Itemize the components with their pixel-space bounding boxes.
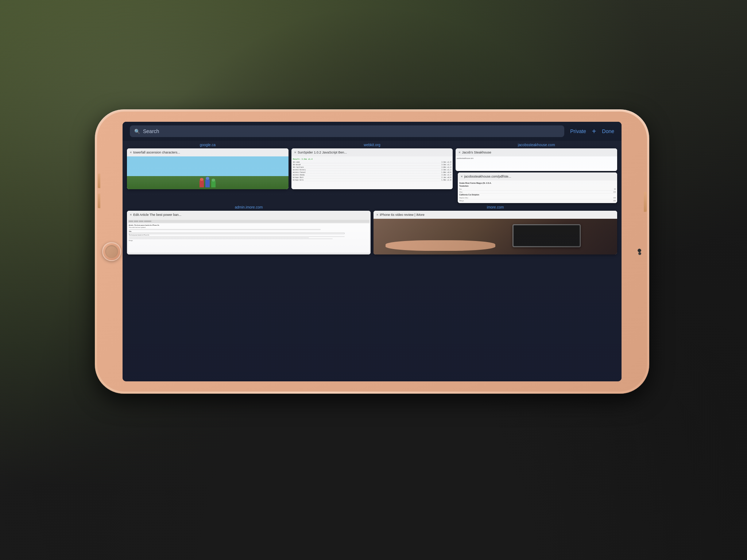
admin-toolbar bbox=[128, 220, 369, 223]
tab-1-preview bbox=[127, 156, 289, 189]
tab-4-preview: Article: The best power banks for iPhone… bbox=[127, 219, 371, 254]
tab-card-2[interactable]: × SunSpider 1.0.2 JavaScript Ben... Resu… bbox=[291, 148, 453, 189]
tab-3-url: jacobssteakhouse.com bbox=[518, 143, 555, 147]
tab-col-4: admin.imore.com × Edit Article The best … bbox=[127, 205, 371, 378]
private-button[interactable]: Private bbox=[570, 128, 586, 134]
steak-item-4: Ribeye130 bbox=[459, 199, 616, 202]
tab-5-header: × iPhone 6s video review | iMore bbox=[374, 211, 617, 219]
tab-2-header: × SunSpider 1.0.2 JavaScript Ben... bbox=[291, 148, 453, 156]
steak-item-3: Striploin 13oz130 bbox=[459, 197, 616, 199]
steak-item-5: T Bone 43oz160 bbox=[459, 202, 616, 203]
add-tab-button[interactable]: + bbox=[592, 127, 596, 136]
tab-5-preview bbox=[374, 219, 617, 254]
tab-card-3[interactable]: × Jacob's Steakhouse jacobssteakhouse.co… bbox=[456, 148, 617, 171]
done-button[interactable]: Done bbox=[602, 128, 614, 134]
tab-4-close[interactable]: × bbox=[130, 213, 132, 217]
tab-3-title: Jacob's Steakhouse bbox=[462, 151, 614, 154]
steak-item-1: 8oz30 bbox=[459, 188, 616, 191]
steakhouse-menu-preview: Snake River Farms Wagyu (St. U.S.A. Tend… bbox=[458, 180, 617, 203]
tab-4-header: × Edit Article The best power ban... bbox=[127, 211, 371, 219]
steak-section-2: California Cut Striploin bbox=[459, 194, 616, 196]
safari-screen: 🔍 Search Private + Done google.ca × bbox=[123, 122, 622, 381]
tab-3-sub-title: jacobssteakhouse.com/pdf/ste... bbox=[464, 175, 614, 178]
admin-btn-2 bbox=[134, 221, 138, 222]
power-button[interactable] bbox=[644, 192, 647, 212]
tab-col-1: google.ca × towerfall ascension characte… bbox=[127, 143, 289, 203]
tab-3-header: × Jacob's Steakhouse bbox=[456, 148, 617, 156]
iphone-body: 🔍 Search Private + Done google.ca × bbox=[97, 112, 647, 392]
tab-4-title: Edit Article The best power ban... bbox=[133, 213, 368, 217]
search-bar[interactable]: 🔍 Search bbox=[130, 125, 564, 137]
imore-video-preview bbox=[374, 219, 617, 254]
game-preview bbox=[127, 156, 289, 189]
home-button[interactable] bbox=[102, 242, 121, 261]
steak-item-2: 10oz133 bbox=[459, 191, 616, 194]
tab-col-3: jacobssteakhouse.com × Jacob's Steakhous… bbox=[456, 143, 617, 203]
steakhouse-preview: jacobssteakhouse.com bbox=[456, 156, 617, 171]
admin-btn-4 bbox=[144, 221, 151, 222]
tab-card-5[interactable]: × iPhone 6s video review | iMore bbox=[374, 211, 617, 254]
search-icon: 🔍 bbox=[134, 129, 140, 134]
steak-menu-title: Snake River Farms Wagyu (St. U.S.A. bbox=[459, 182, 616, 184]
home-button-ring bbox=[105, 245, 118, 258]
tab-2-close[interactable]: × bbox=[294, 151, 296, 154]
tab-4-url: admin.imore.com bbox=[235, 205, 263, 209]
tab-3-preview: jacobssteakhouse.com bbox=[456, 156, 617, 171]
tab-col-5: imore.com × iPhone 6s video review | iMo… bbox=[374, 205, 617, 378]
tab-2-preview: Result: 3.5ms ±1.4 3d-cube3.5ms ±1.9 3d-… bbox=[291, 156, 453, 189]
admin-btn-3 bbox=[139, 221, 143, 222]
tab-card-3-sub[interactable]: × jacobssteakhouse.com/pdf/ste... Snake … bbox=[458, 172, 617, 203]
tab-card-4[interactable]: × Edit Article The best power ban... bbox=[127, 211, 371, 254]
steak-section-title: Tenderloin bbox=[459, 185, 616, 187]
tab-5-close[interactable]: × bbox=[376, 213, 378, 217]
iphone-device: 🔍 Search Private + Done google.ca × bbox=[95, 109, 649, 394]
tabs-bottom-row: admin.imore.com × Edit Article The best … bbox=[123, 204, 622, 381]
tabs-top-row: google.ca × towerfall ascension characte… bbox=[123, 141, 622, 201]
admin-content-area: Article: The best power banks for iPhone… bbox=[128, 223, 369, 253]
tab-2-url: webkit.org bbox=[364, 143, 380, 147]
volume-down-button[interactable] bbox=[98, 194, 100, 208]
camera-flash bbox=[638, 252, 641, 255]
tab-5-url: imore.com bbox=[487, 205, 504, 209]
tab-card-1[interactable]: × towerfall ascension characters... bbox=[127, 148, 289, 189]
tab-1-header: × towerfall ascension characters... bbox=[127, 148, 289, 156]
search-input-text: Search bbox=[143, 128, 159, 134]
safari-toolbar: 🔍 Search Private + Done bbox=[123, 122, 622, 141]
tab-1-title: towerfall ascension characters... bbox=[133, 151, 285, 154]
tab-col-2: webkit.org × SunSpider 1.0.2 JavaScript … bbox=[291, 143, 453, 203]
webkit-benchmark-preview: Result: 3.5ms ±1.4 3d-cube3.5ms ±1.9 3d-… bbox=[291, 156, 453, 189]
iphone-screen: 🔍 Search Private + Done google.ca × bbox=[123, 122, 622, 381]
tab-1-url: google.ca bbox=[200, 143, 216, 147]
tab-3-sub-header: × jacobssteakhouse.com/pdf/ste... bbox=[458, 172, 617, 180]
admin-btn-1 bbox=[129, 221, 133, 222]
tab-3-sub-preview: Snake River Farms Wagyu (St. U.S.A. Tend… bbox=[458, 180, 617, 203]
tab-2-title: SunSpider 1.0.2 JavaScript Ben... bbox=[298, 151, 450, 154]
tab-3-close[interactable]: × bbox=[458, 151, 460, 154]
tab-3-sub-close[interactable]: × bbox=[461, 175, 462, 178]
admin-preview: Article: The best power banks for iPhone… bbox=[127, 219, 371, 254]
tab-5-title: iPhone 6s video review | iMore bbox=[380, 213, 614, 217]
tab-1-close[interactable]: × bbox=[130, 151, 132, 154]
camera-lens bbox=[638, 249, 641, 252]
volume-up-button[interactable] bbox=[98, 174, 100, 188]
